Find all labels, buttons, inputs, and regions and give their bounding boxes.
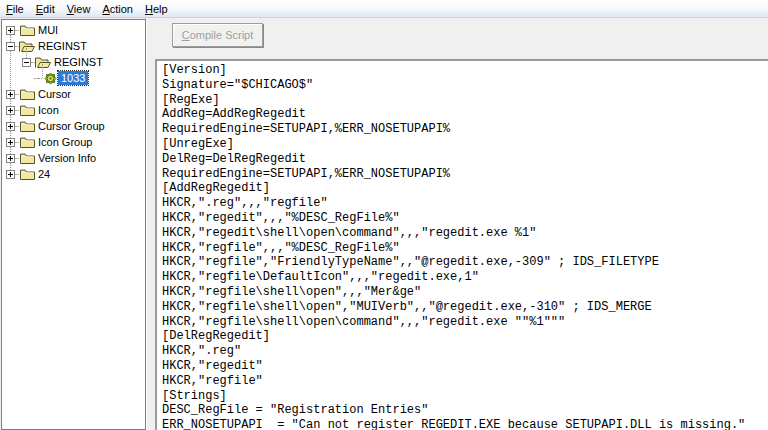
menu-edit[interactable]: Edit <box>30 2 61 16</box>
tree-item-mui[interactable]: MUI <box>2 22 145 38</box>
menu-view[interactable]: View <box>61 2 97 16</box>
menu-file-rest: ile <box>13 3 24 15</box>
folder-closed-icon <box>19 88 35 101</box>
collapse-minus-icon[interactable] <box>22 58 31 67</box>
folder-closed-icon <box>19 152 35 165</box>
folder-closed-icon <box>19 120 35 133</box>
menu-action-rest: ction <box>110 3 133 15</box>
menu-view-accel: V <box>67 3 74 15</box>
expand-plus-icon[interactable] <box>6 26 15 35</box>
tree-item-label: Cursor <box>35 87 74 101</box>
menu-help[interactable]: Help <box>139 2 174 16</box>
tree-item-icon-group[interactable]: Icon Group <box>2 134 145 150</box>
tree-item-label: Icon Group <box>35 135 95 149</box>
expand-plus-icon[interactable] <box>6 106 15 115</box>
menu-bar: File Edit View Action Help <box>0 0 768 18</box>
expand-plus-icon[interactable] <box>6 170 15 179</box>
tree-item-cursor[interactable]: Cursor <box>2 86 145 102</box>
tree-item-icon[interactable]: Icon <box>2 102 145 118</box>
menu-action-accel: A <box>102 3 109 15</box>
tree-connector-line <box>10 30 11 174</box>
menu-edit-accel: E <box>36 3 43 15</box>
tree-item-label: REGINST <box>35 39 90 53</box>
resource-tree[interactable]: MUIREGINSTREGINST1033CursorIconCursor Gr… <box>1 19 146 430</box>
tree-item-label: Cursor Group <box>35 119 108 133</box>
tree-item-label: 24 <box>35 167 53 181</box>
menu-file-accel: F <box>6 3 13 15</box>
menu-help-accel: H <box>145 3 153 15</box>
tree-item-1033[interactable]: 1033 <box>2 70 145 86</box>
tree-item-reginst[interactable]: REGINST <box>2 54 145 70</box>
folder-open-icon <box>19 40 35 53</box>
tree-item-reginst[interactable]: REGINST <box>2 38 145 54</box>
folder-open-icon <box>35 56 51 69</box>
folder-closed-icon <box>19 136 35 149</box>
expand-plus-icon[interactable] <box>6 154 15 163</box>
tree-item-label: Icon <box>35 103 62 117</box>
script-editor[interactable]: [Version] Signature="$CHICAGO$" [RegExe]… <box>155 59 768 430</box>
compile-script-button[interactable]: Compile Script <box>172 23 263 47</box>
folder-closed-icon <box>19 104 35 117</box>
expand-plus-icon[interactable] <box>6 122 15 131</box>
tree-item-version-info[interactable]: Version Info <box>2 150 145 166</box>
folder-closed-icon <box>19 24 35 37</box>
compile-button-accel: C <box>182 29 190 41</box>
menu-file[interactable]: File <box>0 2 30 16</box>
tree-indent <box>2 78 34 79</box>
tree-item-label: 1033 <box>58 71 88 85</box>
compile-button-rest: ompile Script <box>190 29 254 41</box>
menu-edit-rest: dit <box>43 3 55 15</box>
menu-help-rest: elp <box>153 3 168 15</box>
tree-connector-line <box>42 64 43 78</box>
tree-item-label: MUI <box>35 23 61 37</box>
tree-item-label: Version Info <box>35 151 99 165</box>
menu-view-rest: iew <box>74 3 91 15</box>
folder-closed-icon <box>19 168 35 181</box>
script-text[interactable]: [Version] Signature="$CHICAGO$" [RegExe]… <box>157 61 768 430</box>
expand-plus-icon[interactable] <box>6 90 15 99</box>
tree-item-24[interactable]: 24 <box>2 166 145 182</box>
tree-item-label: REGINST <box>51 55 106 69</box>
menu-action[interactable]: Action <box>96 2 139 16</box>
collapse-minus-icon[interactable] <box>6 42 15 51</box>
tree-item-cursor-group[interactable]: Cursor Group <box>2 118 145 134</box>
gear-icon <box>42 72 58 85</box>
expand-plus-icon[interactable] <box>6 138 15 147</box>
